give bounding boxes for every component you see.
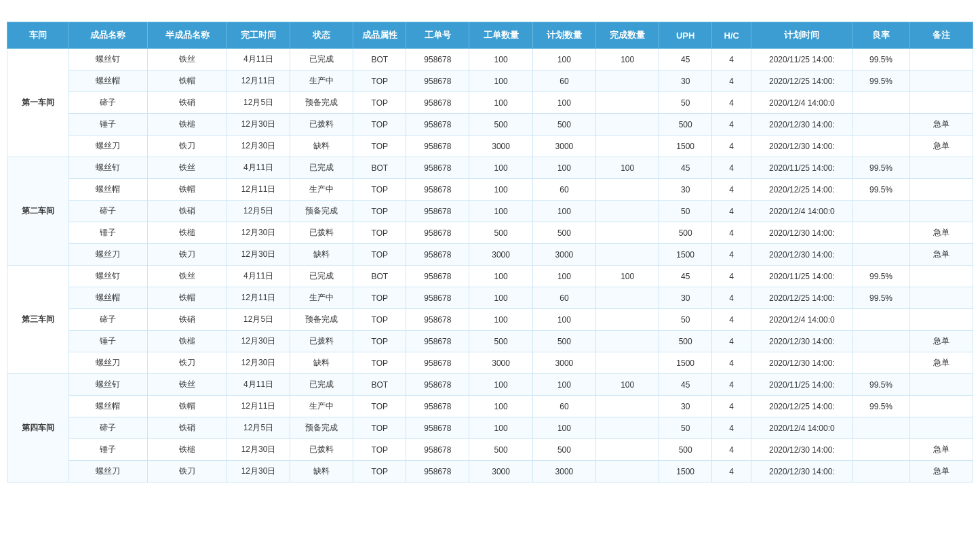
cell-prop: BOT — [353, 374, 406, 396]
cell-pqty: 500 — [532, 439, 595, 461]
cell-time: 4月11日 — [227, 266, 290, 287]
table-row: 螺丝刀铁刀12月30日缺料TOP95867830003000150042020/… — [7, 461, 973, 482]
cell-rate: 99.5% — [852, 179, 909, 201]
cell-order: 958678 — [406, 352, 469, 374]
cell-uph: 30 — [659, 287, 712, 309]
cell-ptime: 2020/12/25 14:00: — [751, 70, 852, 92]
cell-oqty: 100 — [469, 179, 532, 201]
cell-order: 958678 — [406, 266, 469, 287]
cell-hc: 4 — [712, 49, 751, 70]
cell-status: 已拨料 — [290, 114, 353, 136]
cell-cqty — [596, 70, 659, 92]
cell-cqty — [596, 222, 659, 244]
table-row: 螺丝刀铁刀12月30日缺料TOP95867830003000150042020/… — [7, 136, 973, 157]
cell-oqty: 100 — [469, 92, 532, 114]
cell-name: 锤子 — [68, 331, 148, 352]
table-row: 第一车间螺丝钉铁丝4月11日已完成BOT95867810010010045420… — [7, 49, 973, 70]
cell-time: 4月11日 — [227, 374, 290, 396]
cell-cqty — [596, 201, 659, 222]
cell-semi: 铁刀 — [148, 461, 227, 482]
cell-status: 缺料 — [290, 244, 353, 266]
cell-prop: BOT — [353, 266, 406, 287]
cell-cqty — [596, 439, 659, 461]
cell-prop: TOP — [353, 309, 406, 331]
cell-uph: 50 — [659, 201, 712, 222]
cell-prop: TOP — [353, 222, 406, 244]
cell-order: 958678 — [406, 201, 469, 222]
cell-time: 4月11日 — [227, 49, 290, 70]
room-cell-0: 第一车间 — [7, 49, 69, 157]
cell-rate: 99.5% — [852, 287, 909, 309]
cell-rate — [852, 201, 909, 222]
cell-pqty: 100 — [532, 374, 595, 396]
table-row: 锤子铁槌12月30日已拨料TOP95867850050050042020/12/… — [7, 439, 973, 461]
cell-name: 碲子 — [68, 92, 148, 114]
cell-name: 碲子 — [68, 201, 148, 222]
cell-name: 螺丝帽 — [68, 287, 148, 309]
cell-semi: 铁刀 — [148, 244, 227, 266]
cell-status: 预备完成 — [290, 417, 353, 439]
cell-time: 12月5日 — [227, 309, 290, 331]
cell-time: 12月30日 — [227, 331, 290, 352]
cell-order: 958678 — [406, 417, 469, 439]
cell-order: 958678 — [406, 114, 469, 136]
cell-uph: 45 — [659, 49, 712, 70]
cell-remark: 急单 — [909, 222, 973, 244]
cell-hc: 4 — [712, 461, 751, 482]
cell-pqty: 3000 — [532, 244, 595, 266]
cell-hc: 4 — [712, 374, 751, 396]
cell-ptime: 2020/12/25 14:00: — [751, 396, 852, 417]
cell-uph: 1500 — [659, 136, 712, 157]
cell-cqty: 100 — [596, 157, 659, 179]
cell-order: 958678 — [406, 374, 469, 396]
cell-order: 958678 — [406, 136, 469, 157]
cell-rate — [852, 461, 909, 482]
cell-oqty: 500 — [469, 331, 532, 352]
cell-hc: 4 — [712, 331, 751, 352]
cell-semi: 铁槌 — [148, 114, 227, 136]
cell-semi: 铁硝 — [148, 201, 227, 222]
cell-uph: 30 — [659, 70, 712, 92]
cell-oqty: 100 — [469, 417, 532, 439]
cell-name: 螺丝帽 — [68, 70, 148, 92]
cell-status: 缺料 — [290, 352, 353, 374]
cell-oqty: 100 — [469, 374, 532, 396]
cell-rate — [852, 352, 909, 374]
cell-uph: 50 — [659, 417, 712, 439]
cell-order: 958678 — [406, 461, 469, 482]
table-row: 锤子铁槌12月30日已拨料TOP95867850050050042020/12/… — [7, 331, 973, 352]
cell-cqty: 100 — [596, 374, 659, 396]
cell-pqty: 3000 — [532, 352, 595, 374]
table-wrapper: 车间成品名称半成品名称完工时间状态成品属性工单号工单数量计划数量完成数量UPHH… — [0, 22, 980, 496]
cell-uph: 45 — [659, 266, 712, 287]
cell-oqty: 100 — [469, 49, 532, 70]
cell-semi: 铁刀 — [148, 136, 227, 157]
cell-uph: 50 — [659, 92, 712, 114]
cell-cqty: 100 — [596, 266, 659, 287]
cell-remark — [909, 201, 973, 222]
cell-pqty: 60 — [532, 179, 595, 201]
col-header-6: 工单号 — [406, 22, 469, 49]
cell-name: 螺丝钉 — [68, 49, 148, 70]
cell-prop: TOP — [353, 352, 406, 374]
cell-order: 958678 — [406, 49, 469, 70]
cell-remark — [909, 266, 973, 287]
cell-name: 锤子 — [68, 439, 148, 461]
cell-remark — [909, 157, 973, 179]
cell-ptime: 2020/12/30 14:00: — [751, 244, 852, 266]
cell-ptime: 2020/11/25 14:00: — [751, 157, 852, 179]
cell-oqty: 100 — [469, 157, 532, 179]
cell-time: 12月30日 — [227, 114, 290, 136]
cell-pqty: 100 — [532, 309, 595, 331]
cell-status: 预备完成 — [290, 201, 353, 222]
table-row: 螺丝刀铁刀12月30日缺料TOP95867830003000150042020/… — [7, 244, 973, 266]
cell-name: 螺丝刀 — [68, 352, 148, 374]
cell-prop: TOP — [353, 287, 406, 309]
cell-oqty: 3000 — [469, 136, 532, 157]
cell-remark — [909, 49, 973, 70]
cell-order: 958678 — [406, 92, 469, 114]
cell-oqty: 3000 — [469, 244, 532, 266]
cell-hc: 4 — [712, 244, 751, 266]
cell-rate — [852, 309, 909, 331]
cell-ptime: 2020/12/30 14:00: — [751, 461, 852, 482]
